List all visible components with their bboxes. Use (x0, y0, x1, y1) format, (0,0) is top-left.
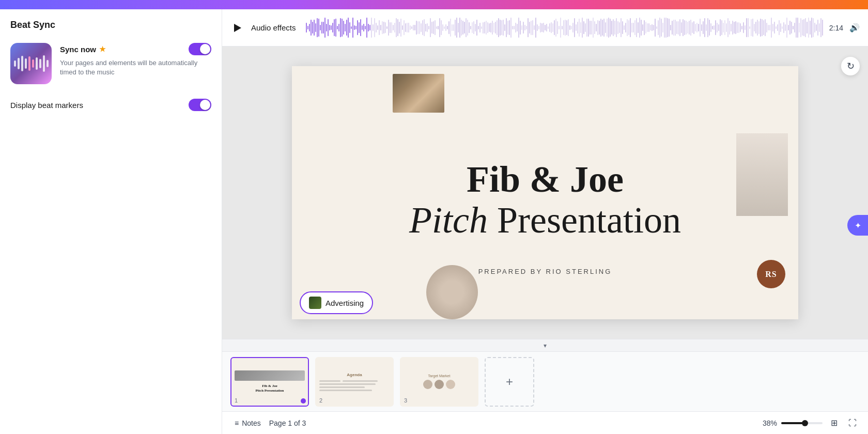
panel-title: Beat Sync (10, 20, 211, 30)
beat-markers-toggle[interactable] (189, 99, 211, 111)
main-area: Beat Sync Sy (0, 9, 868, 434)
thumb3-num: 3 (404, 397, 407, 404)
plus-icon: + (506, 375, 513, 389)
collapse-bar[interactable]: ▾ (222, 339, 868, 351)
slide-title-line1: Fib & Joe (409, 159, 681, 200)
thumbnails-bar: Fib & JoePitch Presentation 1 Agenda (222, 351, 868, 411)
waveform-bars (306, 16, 823, 40)
thumb3-circle (435, 380, 444, 389)
audio-bar: Audio effects 2:14 🔊 (222, 9, 868, 47)
thumb1-content: Fib & JoePitch Presentation (231, 358, 308, 406)
canvas-area: ↻ Fib & Joe Pitch Presentation (222, 47, 868, 339)
waveform-container[interactable] (306, 16, 823, 40)
grid-view-button[interactable]: ⊞ (827, 416, 841, 430)
thumb3-circle (446, 380, 455, 389)
thumb2-agenda: Agenda (347, 373, 362, 377)
wave-bar (18, 58, 20, 69)
wave-bar (43, 55, 45, 72)
wave-bar (14, 60, 16, 67)
thumb2-num: 2 (319, 397, 322, 404)
beat-markers-row: Display beat markers (10, 99, 211, 111)
photo-sunglasses (393, 74, 444, 113)
fullscreen-button[interactable]: ⛶ (845, 416, 860, 430)
thumbnail-1[interactable]: Fib & JoePitch Presentation 1 (230, 357, 309, 407)
volume-icon[interactable]: 🔊 (849, 23, 860, 33)
zoom-slider[interactable] (781, 422, 823, 424)
wave-bar (21, 56, 23, 71)
photo-woman (426, 265, 478, 319)
thumb1-badge (301, 398, 306, 404)
wave-bar (39, 59, 41, 68)
wave-bar (25, 58, 27, 69)
sync-now-text: Sync now (60, 45, 96, 54)
sync-info: Sync now ★ Your pages and elements will … (60, 43, 211, 77)
left-panel: Beat Sync Sy (0, 9, 222, 434)
play-button[interactable] (230, 21, 245, 35)
wave-bar (32, 59, 34, 68)
wave-bar (28, 56, 30, 71)
advertising-tag[interactable]: Advertising (300, 291, 373, 314)
beat-markers-label: Display beat markers (10, 101, 83, 110)
collapse-arrow-icon: ▾ (544, 342, 547, 349)
page-info: Page 1 of 3 (269, 419, 306, 427)
slide-title-line2: Pitch Presentation (409, 200, 681, 241)
thumb3-content: Target Market (401, 358, 477, 406)
refresh-button[interactable]: ↻ (841, 57, 860, 75)
thumbnail-2[interactable]: Agenda 2 (315, 357, 394, 407)
thumb1-num: 1 (235, 397, 238, 404)
woman-image (426, 265, 478, 319)
notes-icon: ≡ (235, 419, 239, 427)
advertising-icon (309, 297, 321, 309)
wave-bar (36, 57, 38, 70)
thumb2-lines (319, 380, 390, 391)
thumb1-title: Fib & JoePitch Presentation (256, 384, 284, 393)
time-display: 2:14 (829, 24, 843, 32)
beat-sync-icon (10, 43, 52, 84)
thumb3-circle (423, 380, 432, 389)
add-slide-button[interactable]: + (485, 357, 534, 407)
sync-now-label: Sync now ★ (60, 45, 106, 54)
waveform-graphic (14, 53, 49, 74)
slide-title-normal: Presentation (488, 199, 681, 241)
persons-image (736, 133, 788, 216)
sunglasses-image (393, 74, 444, 113)
slide-canvas: Fib & Joe Pitch Presentation PREPARED BY… (292, 66, 798, 319)
sync-now-row: Sync now ★ (60, 43, 211, 55)
thumb3-title: Target Market (428, 374, 451, 378)
thumbnail-3[interactable]: Target Market 3 (400, 357, 478, 407)
rs-badge: RS (757, 260, 785, 288)
audio-effects-label: Audio effects (251, 23, 296, 32)
sync-now-toggle[interactable] (189, 43, 211, 55)
thumb2-content: Agenda (316, 358, 393, 406)
photo-persons (736, 133, 788, 216)
slide-subtitle: PREPARED BY RIO STERLING (478, 268, 612, 275)
right-area: Audio effects 2:14 🔊 ↻ Fib (222, 9, 868, 434)
bottom-bar: ≡ Notes Page 1 of 3 38% ⊞ ⛶ (222, 411, 868, 434)
play-icon (234, 24, 241, 32)
notes-button[interactable]: ≡ Notes (230, 417, 265, 429)
slide-main-title: Fib & Joe Pitch Presentation (409, 159, 681, 241)
top-gradient-bar (0, 0, 868, 9)
magic-button[interactable]: ✦ (847, 215, 868, 236)
wave-bar (47, 60, 49, 67)
zoom-percent: 38% (763, 419, 777, 427)
advertising-label: Advertising (326, 299, 364, 307)
zoom-slider-thumb (802, 420, 808, 426)
sync-card: Sync now ★ Your pages and elements will … (10, 43, 211, 84)
star-icon: ★ (99, 45, 106, 53)
slide-title-italic: Pitch (409, 199, 488, 241)
thumb3-circles (423, 380, 455, 389)
sync-description: Your pages and elements will be automati… (60, 58, 211, 77)
notes-label: Notes (242, 419, 261, 427)
zoom-slider-container (781, 422, 823, 424)
